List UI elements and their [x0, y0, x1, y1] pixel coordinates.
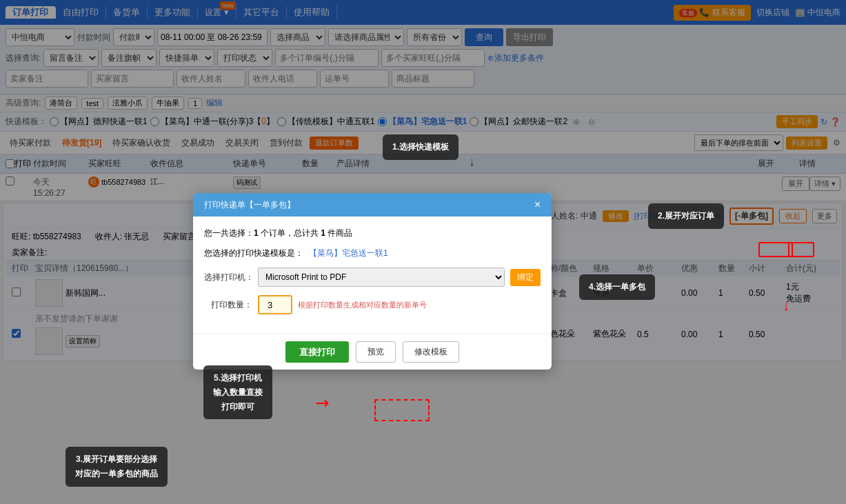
dialog-summary-row: 您一共选择：1 个订单，总计共 1 件商品 — [204, 228, 541, 239]
annotation-step3: 3.展开订单要部分选择 对应的一单多包的商品 — [66, 447, 168, 487]
annotation-step2: 2.展开对应订单 — [648, 203, 724, 229]
red-dashed-direct-print — [374, 399, 430, 421]
dialog-printer-row: 选择打印机： Microsoft Print to PDF 绑定 — [204, 268, 541, 287]
arrow-step1: ↑ — [469, 156, 475, 170]
annotation-step5: 5.选择打印机 输入数量直接 打印即可 — [203, 365, 272, 419]
dialog-close-btn[interactable]: × — [534, 199, 541, 211]
dialog-template-label: 您选择的打印快递模板是： — [204, 248, 303, 259]
qty-hint: 根据打印数量生成相对应数量的新单号 — [298, 300, 541, 310]
dialog-printer-label: 选择打印机： — [204, 272, 252, 283]
annotation-step1: 1.选择快递模板 — [383, 134, 459, 160]
dialog-title: 打印快递单【一单多包】 — [204, 199, 295, 211]
edit-template-btn[interactable]: 修改模板 — [403, 341, 459, 363]
dialog-footer: 直接打印 预览 修改模板 — [193, 334, 552, 370]
annotation-step4: 4.选择一单多包 — [579, 274, 655, 300]
qty-input[interactable] — [258, 295, 292, 314]
red-box-single-multi — [758, 242, 793, 257]
dialog-template-link[interactable]: 【菜鸟】宅急送一联1 — [309, 248, 388, 259]
dialog-qty-label: 打印数量： — [204, 299, 252, 311]
arrow-step4-down: ↓ — [783, 298, 789, 314]
dialog-template-row: 您选择的打印快递模板是： 【菜鸟】宅急送一联1 — [204, 248, 541, 259]
direct-print-btn[interactable]: 直接打印 — [285, 341, 349, 363]
dialog-body: 您一共选择：1 个订单，总计共 1 件商品 您选择的打印快递模板是： 【菜鸟】宅… — [193, 216, 552, 334]
dialog-header: 打印快递单【一单多包】 × — [193, 193, 552, 216]
dialog-summary: 您一共选择：1 个订单，总计共 1 件商品 — [204, 228, 352, 239]
print-express-dialog: 打印快递单【一单多包】 × 您一共选择：1 个订单，总计共 1 件商品 您选择的… — [193, 193, 552, 370]
dialog-overlay: 打印快递单【一单多包】 × 您一共选择：1 个订单，总计共 1 件商品 您选择的… — [0, 0, 846, 504]
preview-btn[interactable]: 预览 — [356, 341, 396, 363]
printer-select[interactable]: Microsoft Print to PDF — [258, 268, 505, 287]
dialog-qty-row: 打印数量： 根据打印数量生成相对应数量的新单号 — [204, 295, 541, 314]
bind-printer-btn[interactable]: 绑定 — [510, 269, 541, 286]
